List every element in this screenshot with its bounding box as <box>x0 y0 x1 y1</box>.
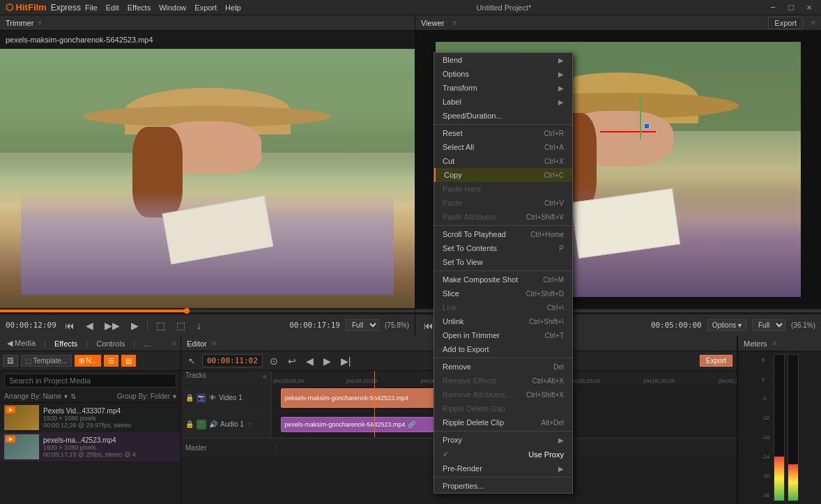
trimmer-play-all[interactable]: ▶▶ <box>102 319 123 333</box>
tl-frame-back-btn[interactable]: ◀ <box>303 354 316 368</box>
meter-label-n30: -30 <box>762 473 770 479</box>
selectall-shortcut: Ctrl+A <box>544 144 564 151</box>
menu-remove[interactable]: Remove Del <box>434 360 572 374</box>
audio-track-icon: 🎵 <box>197 420 206 429</box>
close-button[interactable]: × <box>803 2 815 13</box>
cut-shortcut: Ctrl+X <box>544 158 564 165</box>
video-track-visibility[interactable]: 👁 <box>209 394 216 402</box>
trimmer-play[interactable]: ▶ <box>128 319 141 333</box>
composite-shortcut: Ctrl+M <box>543 276 564 284</box>
meter-left <box>774 354 785 501</box>
audio-track-mute[interactable]: 🔊 <box>209 420 217 428</box>
view-detail-btn[interactable]: ▤ <box>121 355 136 367</box>
viewer-timecode-right: 00:05:00:00 <box>651 321 702 330</box>
menu-scroll-to-playhead[interactable]: Scroll To Playhead Ctrl+Home <box>434 227 572 241</box>
tab-effects[interactable]: Effects <box>52 338 80 349</box>
trimmer-menu-icon[interactable]: ≡ <box>38 19 43 26</box>
menu-transform[interactable]: Transform ▶ <box>434 81 572 95</box>
menu-reset[interactable]: Reset Ctrl+R <box>434 126 572 140</box>
view-list-btn[interactable]: ☰ <box>104 355 118 367</box>
paste-attr-shortcut: Ctrl+Shift+V <box>526 213 564 221</box>
view-grid-btn[interactable]: ⊞ N... <box>75 355 101 367</box>
tab-media[interactable]: ◀ Media <box>4 337 38 349</box>
menu-slice[interactable]: Slice Ctrl+Shift+D <box>434 287 572 300</box>
trimmer-progress[interactable] <box>0 308 415 314</box>
menu-help[interactable]: Help <box>225 3 241 12</box>
trimmer-skip-start[interactable]: ⏮ <box>62 319 77 333</box>
viewer-menu-icon[interactable]: ≡ <box>452 19 456 26</box>
menu-blend[interactable]: Blend ▶ <box>434 53 572 67</box>
sort-icon[interactable]: ⇅ <box>70 392 76 400</box>
trimmer-frame-back[interactable]: ◀ <box>83 319 96 333</box>
menu-file[interactable]: File <box>85 3 98 12</box>
media-thumb: ▶ <box>4 434 39 459</box>
menu-use-proxy[interactable]: Use Proxy <box>434 447 572 461</box>
group-dropdown[interactable]: ▾ <box>173 392 176 400</box>
meter-label-n18: -18 <box>762 434 770 441</box>
tracks-menu-icon[interactable]: ≡ <box>259 371 271 383</box>
meters-header: Meters ≡ <box>738 336 821 351</box>
track-lock-icon[interactable]: 🔒 <box>185 394 194 402</box>
menu-select-all[interactable]: Select All Ctrl+A <box>434 140 572 154</box>
viewer-options-btn[interactable]: Options ▾ <box>707 319 746 331</box>
audio-track-lock[interactable]: 🔒 <box>185 420 194 428</box>
menu-ripple-delete-clip[interactable]: Ripple Delete Clip Alt+Del <box>434 415 572 429</box>
menu-add-to-export[interactable]: Add to Export <box>434 342 572 356</box>
export-tab[interactable]: Export <box>768 17 803 29</box>
tl-play-btn[interactable]: ▶ <box>321 354 334 368</box>
view-thumbnails-btn[interactable]: 🖼 <box>3 355 18 367</box>
left-panel-menu-icon[interactable]: ≡ <box>172 339 176 347</box>
menu-edit[interactable]: Edit <box>106 3 119 12</box>
menu-effects[interactable]: Effects <box>128 3 151 12</box>
audio-expand-icon[interactable]: ↕ <box>248 420 252 428</box>
group-label: Group By: Folder <box>117 392 170 400</box>
tl-cursor-btn[interactable]: ↖ <box>185 355 198 367</box>
export-button[interactable]: Export <box>700 355 732 367</box>
menu-export[interactable]: Export <box>194 3 217 12</box>
tl-mark-btn[interactable]: ⊙ <box>267 354 281 368</box>
top-row: Trimmer ≡ pexels-maksim-goncharenok-5642… <box>0 15 821 336</box>
minimize-button[interactable]: − <box>767 2 779 13</box>
menu-cut[interactable]: Cut Ctrl+X <box>434 154 572 168</box>
menu-options[interactable]: Options ▶ <box>434 67 572 81</box>
editor-menu-icon[interactable]: ≡ <box>213 339 217 347</box>
menu-set-to-contents[interactable]: Set To Contents P <box>434 241 572 255</box>
maximize-button[interactable]: □ <box>785 2 797 13</box>
menu-window[interactable]: Window <box>159 3 186 12</box>
trimmer-zoom-dropdown[interactable]: Full Half <box>346 319 379 331</box>
trimmer-insert[interactable]: ↓ <box>194 319 204 333</box>
meters-menu-icon[interactable]: ≡ <box>773 339 777 347</box>
tl-loop-btn[interactable]: ↩ <box>285 354 299 368</box>
menu-set-to-view[interactable]: Set To View <box>434 255 572 269</box>
left-panel: ◀ Media | Effects | Controls | … ≡ 🖼 ⬚ T… <box>0 336 181 504</box>
list-item[interactable]: ▶ pexels-ma...42523.mp4 1920 × 1080 pixe… <box>0 432 181 461</box>
trimmer-shortcut: Ctrl+T <box>545 332 565 339</box>
options-arrow: ▶ <box>558 70 564 78</box>
export-menu-icon[interactable]: ≡ <box>811 19 815 26</box>
viewer-title: Viewer <box>421 19 444 27</box>
menu-open-in-trimmer[interactable]: Open in Trimmer Ctrl+T <box>434 328 572 342</box>
menu-properties[interactable]: Properties... <box>434 479 572 493</box>
tab-controls[interactable]: Controls <box>93 338 128 349</box>
menu-proxy[interactable]: Proxy ▶ <box>434 433 572 447</box>
list-item[interactable]: ▶ Pexels Vid...433307.mp4 1920 × 1080 pi… <box>0 403 181 432</box>
tl-frame-fwd-btn[interactable]: ▶| <box>338 354 354 368</box>
trimmer-mark-in[interactable]: ⬚ <box>153 319 168 333</box>
viewer-zoom-dropdown[interactable]: Full Half <box>752 319 785 331</box>
audio-track-label: Audio 1 <box>220 420 244 428</box>
menu-label[interactable]: Label ▶ <box>434 95 572 109</box>
tab-history[interactable]: … <box>141 338 154 349</box>
meter-labels: 6 0 -6 -12 -18 -24 -30 -36 <box>760 354 772 501</box>
menu-pre-render[interactable]: Pre-Render ▶ <box>434 461 572 475</box>
view-template-btn[interactable]: ⬚ Template... <box>21 355 72 367</box>
app-edition: Express <box>51 3 81 13</box>
menu-make-composite[interactable]: Make Composite Shot Ctrl+M <box>434 273 572 287</box>
search-input[interactable] <box>4 374 176 388</box>
app-logo: ⬡ HitFilm <box>6 2 47 13</box>
menu-unlink[interactable]: Unlink Ctrl+Shift+\ <box>434 314 572 328</box>
menu-copy[interactable]: Copy Ctrl+C <box>434 168 572 182</box>
arrange-dropdown[interactable]: ▾ <box>64 392 68 400</box>
trimmer-mark-out[interactable]: ⬚ <box>174 319 188 333</box>
trimmer-panel: Trimmer ≡ pexels-maksim-goncharenok-5642… <box>0 15 415 336</box>
menu-speed-duration[interactable]: Speed/Duration... <box>434 109 572 123</box>
